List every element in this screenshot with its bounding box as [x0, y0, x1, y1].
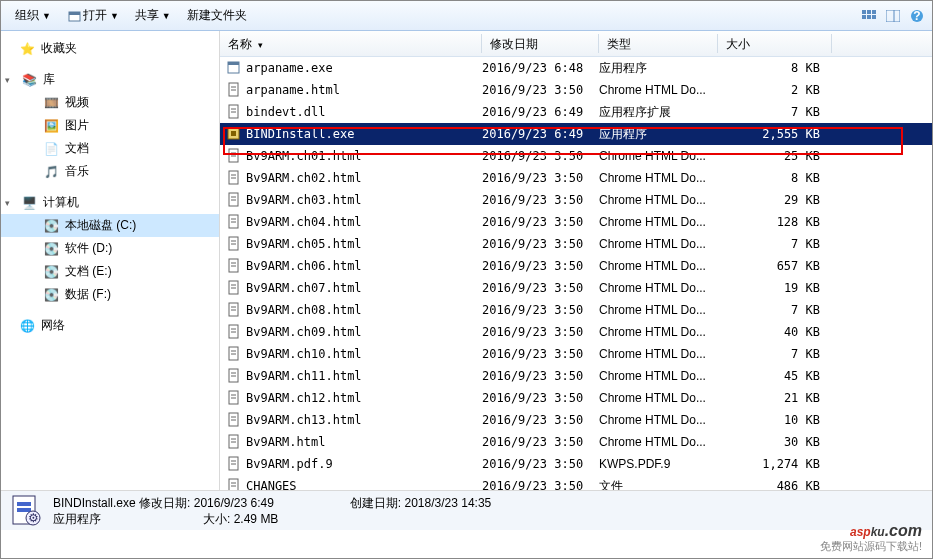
file-type: Chrome HTML Do...: [599, 435, 718, 449]
file-type: 文件: [599, 478, 718, 491]
file-size: 45 KB: [718, 369, 826, 383]
svg-rect-67: [229, 479, 238, 490]
column-headers: 名称 ▾ 修改日期 类型 大小: [220, 31, 932, 57]
table-row[interactable]: Bv9ARM.html2016/9/23 3:50Chrome HTML Do.…: [220, 431, 932, 453]
file-name: Bv9ARM.pdf.9: [246, 457, 482, 471]
file-size: 19 KB: [718, 281, 826, 295]
file-type: Chrome HTML Do...: [599, 303, 718, 317]
table-row[interactable]: Bv9ARM.ch09.html2016/9/23 3:50Chrome HTM…: [220, 321, 932, 343]
col-name[interactable]: 名称 ▾: [220, 31, 482, 56]
toolbar: 组织▼ 打开▼ 共享▼ 新建文件夹 ?: [1, 1, 932, 31]
sidebar-lib-pictures[interactable]: 🖼️图片: [1, 114, 219, 137]
sidebar-drive-c[interactable]: 💽本地磁盘 (C:): [1, 214, 219, 237]
file-size: 2 KB: [718, 83, 826, 97]
table-row[interactable]: Bv9ARM.ch01.html2016/9/23 3:50Chrome HTM…: [220, 145, 932, 167]
table-row[interactable]: Bv9ARM.ch13.html2016/9/23 3:50Chrome HTM…: [220, 409, 932, 431]
file-list[interactable]: arpaname.exe2016/9/23 6:48应用程序8 KBarpana…: [220, 57, 932, 490]
sidebar-network[interactable]: 🌐网络: [1, 314, 219, 337]
svg-rect-5: [862, 15, 866, 19]
sidebar-drive-e[interactable]: 💽文档 (E:): [1, 260, 219, 283]
drive-icon: 💽: [43, 218, 59, 234]
table-row[interactable]: Bv9ARM.ch04.html2016/9/23 3:50Chrome HTM…: [220, 211, 932, 233]
file-date: 2016/9/23 3:50: [482, 457, 599, 471]
file-icon: [226, 324, 246, 340]
table-row[interactable]: Bv9ARM.ch08.html2016/9/23 3:50Chrome HTM…: [220, 299, 932, 321]
file-name: Bv9ARM.ch10.html: [246, 347, 482, 361]
table-row[interactable]: arpaname.html2016/9/23 3:50Chrome HTML D…: [220, 79, 932, 101]
file-size: 29 KB: [718, 193, 826, 207]
new-folder-button[interactable]: 新建文件夹: [179, 1, 255, 30]
svg-rect-13: [228, 62, 239, 65]
file-size: 2,555 KB: [718, 127, 826, 141]
file-size: 7 KB: [718, 347, 826, 361]
col-size[interactable]: 大小: [718, 31, 832, 56]
svg-rect-21: [231, 131, 236, 136]
file-icon: [226, 60, 246, 76]
file-type: Chrome HTML Do...: [599, 237, 718, 251]
table-row[interactable]: BINDInstall.exe2016/9/23 6:49应用程序2,555 K…: [220, 123, 932, 145]
file-date: 2016/9/23 3:50: [482, 325, 599, 339]
share-menu[interactable]: 共享▼: [127, 1, 179, 30]
table-row[interactable]: Bv9ARM.ch02.html2016/9/23 3:50Chrome HTM…: [220, 167, 932, 189]
network-icon: 🌐: [19, 318, 35, 334]
file-date: 2016/9/23 3:50: [482, 369, 599, 383]
file-date: 2016/9/23 3:50: [482, 435, 599, 449]
file-icon: [226, 368, 246, 384]
file-date: 2016/9/23 3:50: [482, 413, 599, 427]
svg-rect-1: [69, 12, 80, 15]
table-row[interactable]: Bv9ARM.ch05.html2016/9/23 3:50Chrome HTM…: [220, 233, 932, 255]
help-button[interactable]: ?: [906, 5, 928, 27]
file-type: Chrome HTML Do...: [599, 171, 718, 185]
file-type: Chrome HTML Do...: [599, 193, 718, 207]
svg-rect-6: [867, 15, 871, 19]
file-type: Chrome HTML Do...: [599, 259, 718, 273]
sidebar-drive-f[interactable]: 💽数据 (F:): [1, 283, 219, 306]
file-name: Bv9ARM.ch02.html: [246, 171, 482, 185]
file-size: 25 KB: [718, 149, 826, 163]
table-row[interactable]: CHANGES2016/9/23 3:50文件486 KB: [220, 475, 932, 490]
drive-icon: 💽: [43, 241, 59, 257]
file-type: Chrome HTML Do...: [599, 281, 718, 295]
table-row[interactable]: Bv9ARM.ch12.html2016/9/23 3:50Chrome HTM…: [220, 387, 932, 409]
table-row[interactable]: Bv9ARM.ch11.html2016/9/23 3:50Chrome HTM…: [220, 365, 932, 387]
file-name: CHANGES: [246, 479, 482, 490]
file-icon: [226, 456, 246, 472]
table-row[interactable]: Bv9ARM.ch03.html2016/9/23 3:50Chrome HTM…: [220, 189, 932, 211]
open-button[interactable]: 打开▼: [59, 1, 127, 30]
sidebar-drive-d[interactable]: 💽软件 (D:): [1, 237, 219, 260]
table-row[interactable]: arpaname.exe2016/9/23 6:48应用程序8 KB: [220, 57, 932, 79]
sidebar-favorites[interactable]: ⭐收藏夹: [1, 37, 219, 60]
sidebar-library[interactable]: ▾📚库: [1, 68, 219, 91]
table-row[interactable]: bindevt.dll2016/9/23 6:49应用程序扩展7 KB: [220, 101, 932, 123]
sidebar-lib-video[interactable]: 🎞️视频: [1, 91, 219, 114]
file-icon: [226, 192, 246, 208]
sidebar-lib-docs[interactable]: 📄文档: [1, 137, 219, 160]
svg-rect-4: [872, 10, 876, 14]
col-type[interactable]: 类型: [599, 31, 718, 56]
svg-text:⚙: ⚙: [28, 511, 39, 525]
file-date: 2016/9/23 3:50: [482, 479, 599, 490]
file-icon: [226, 82, 246, 98]
file-date: 2016/9/23 6:49: [482, 127, 599, 141]
file-icon: [226, 104, 246, 120]
table-row[interactable]: Bv9ARM.pdf.92016/9/23 3:50KWPS.PDF.91,27…: [220, 453, 932, 475]
sidebar-lib-music[interactable]: 🎵音乐: [1, 160, 219, 183]
table-row[interactable]: Bv9ARM.ch07.html2016/9/23 3:50Chrome HTM…: [220, 277, 932, 299]
svg-rect-7: [872, 15, 876, 19]
sidebar-computer[interactable]: ▾🖥️计算机: [1, 191, 219, 214]
table-row[interactable]: Bv9ARM.ch10.html2016/9/23 3:50Chrome HTM…: [220, 343, 932, 365]
file-icon: [226, 280, 246, 296]
preview-pane-button[interactable]: [882, 5, 904, 27]
table-row[interactable]: Bv9ARM.ch06.html2016/9/23 3:50Chrome HTM…: [220, 255, 932, 277]
file-icon: [226, 148, 246, 164]
file-icon: [226, 390, 246, 406]
documents-icon: 📄: [43, 141, 59, 157]
file-size: 21 KB: [718, 391, 826, 405]
status-bar: ⚙ BINDInstall.exe 修改日期: 2016/9/23 6:49 创…: [1, 490, 932, 530]
file-type: Chrome HTML Do...: [599, 215, 718, 229]
file-name: Bv9ARM.ch06.html: [246, 259, 482, 273]
col-date[interactable]: 修改日期: [482, 31, 599, 56]
file-type: 应用程序: [599, 126, 718, 143]
organize-menu[interactable]: 组织▼: [7, 1, 59, 30]
view-mode-button[interactable]: [858, 5, 880, 27]
